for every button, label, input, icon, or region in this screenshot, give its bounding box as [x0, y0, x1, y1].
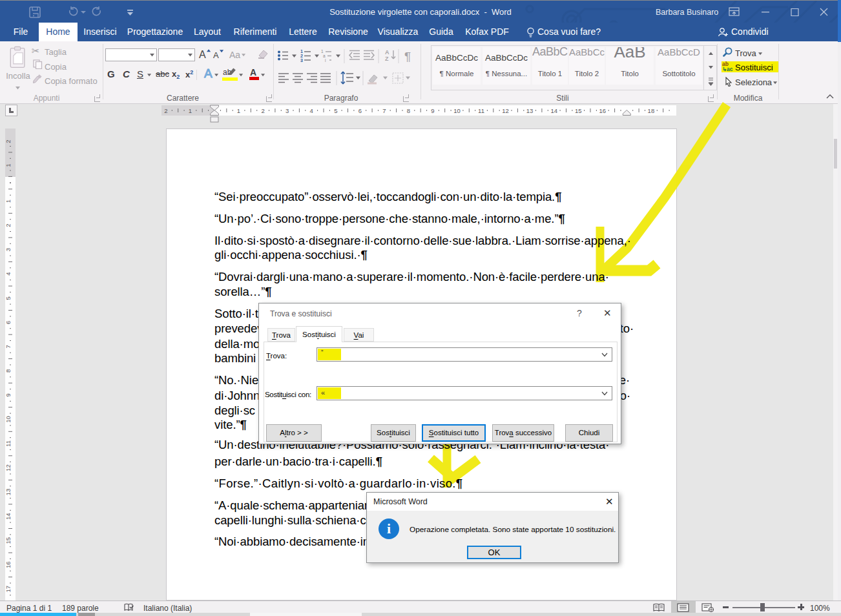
svg-text:14: 14	[5, 513, 12, 520]
svg-text:1: 1	[300, 49, 303, 54]
svg-text:13: 13	[5, 489, 12, 496]
svg-text:a: a	[323, 54, 326, 58]
svg-text:2: 2	[5, 223, 12, 227]
svg-text:15: 15	[5, 537, 12, 544]
svg-text:1: 1	[5, 163, 12, 167]
svg-text:13: 13	[526, 107, 534, 114]
svg-text:2: 2	[164, 107, 167, 114]
svg-text:4: 4	[310, 107, 313, 114]
svg-text:2: 2	[300, 54, 303, 58]
svg-text:7: 7	[382, 107, 386, 114]
svg-text:17: 17	[5, 586, 12, 593]
svg-text:3: 3	[5, 248, 12, 251]
svg-text:6: 6	[5, 321, 12, 324]
svg-text:2: 2	[261, 107, 264, 114]
svg-text:9: 9	[5, 393, 12, 396]
svg-text:3: 3	[300, 58, 303, 63]
svg-text:5: 5	[334, 107, 337, 114]
svg-text:1: 1	[321, 49, 324, 54]
svg-text:1: 1	[5, 200, 12, 203]
svg-text:5: 5	[5, 296, 12, 300]
svg-text:¶: ¶	[404, 50, 411, 63]
svg-text:12: 12	[502, 107, 509, 114]
svg-text:7: 7	[5, 345, 12, 348]
svg-text:18: 18	[648, 107, 655, 114]
svg-text:10: 10	[453, 107, 461, 114]
svg-text:6: 6	[358, 107, 362, 114]
svg-text:1: 1	[189, 107, 192, 114]
svg-text:11: 11	[478, 107, 484, 114]
svg-text:4: 4	[5, 272, 12, 276]
svg-text:8: 8	[407, 107, 410, 114]
svg-text:14: 14	[550, 107, 557, 114]
svg-text:15: 15	[575, 107, 582, 114]
svg-text:A: A	[385, 49, 389, 56]
svg-text:10: 10	[5, 416, 12, 423]
svg-text:11: 11	[5, 440, 12, 447]
svg-text:1: 1	[237, 107, 240, 114]
svg-text:Z: Z	[385, 56, 389, 62]
svg-text:16: 16	[599, 107, 607, 114]
svg-text:i: i	[325, 58, 326, 63]
svg-text:8: 8	[5, 369, 12, 373]
svg-text:16: 16	[5, 562, 12, 569]
svg-text:9: 9	[431, 107, 434, 114]
svg-text:12: 12	[5, 464, 12, 471]
svg-text:3: 3	[286, 107, 289, 114]
svg-text:2: 2	[5, 139, 12, 143]
